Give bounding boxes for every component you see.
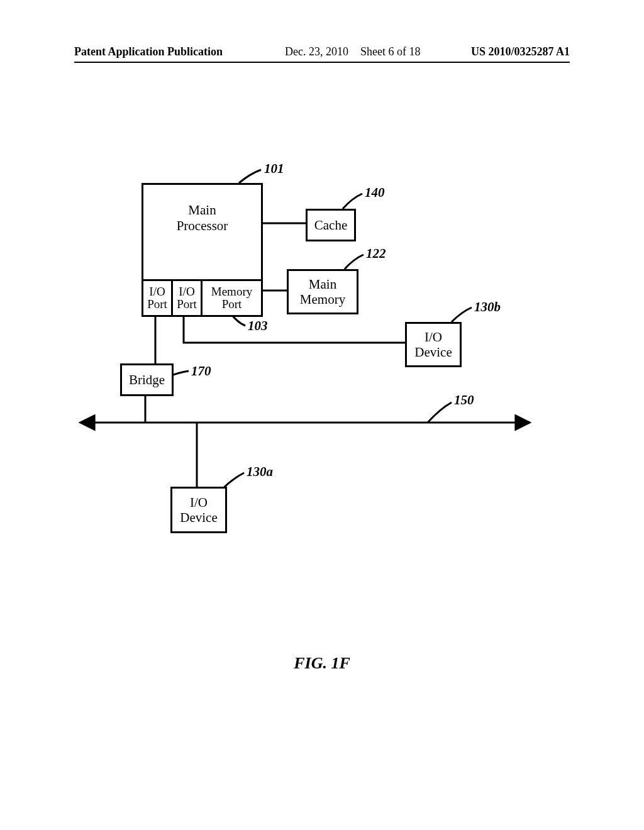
ref-130a: 130a: [247, 464, 273, 480]
io-device-130a-block: I/O Device: [170, 487, 227, 533]
main-processor-block: Main Processor I/O Port I/O Port Memory …: [142, 183, 263, 317]
ref-103: 103: [248, 318, 268, 334]
page: Patent Application Publication Dec. 23, …: [0, 0, 644, 830]
header-publication-label: Patent Application Publication: [74, 45, 223, 58]
io-device-130b-block: I/O Device: [405, 322, 462, 367]
main-processor-label: Main Processor: [143, 202, 261, 234]
io-port-2: I/O Port: [171, 279, 203, 317]
header-sheet: Sheet 6 of 18: [360, 45, 420, 58]
bridge-block: Bridge: [120, 363, 174, 396]
ref-122: 122: [366, 246, 386, 262]
ref-130b: 130b: [474, 299, 501, 315]
ref-101: 101: [264, 161, 284, 177]
connector-svg: [0, 0, 644, 830]
ref-170: 170: [191, 363, 211, 379]
header-publication-number: US 2010/0325287 A1: [471, 45, 570, 58]
ports-row: I/O Port I/O Port Memory Port: [142, 279, 263, 317]
ref-140: 140: [365, 185, 385, 201]
figure-caption: FIG. 1F: [0, 654, 644, 673]
main-memory-block: Main Memory: [287, 269, 358, 314]
cache-block: Cache: [306, 209, 356, 241]
io-port-1: I/O Port: [142, 279, 171, 317]
memory-port: Memory Port: [203, 279, 263, 317]
header-date: Dec. 23, 2010: [285, 45, 348, 58]
ref-150: 150: [454, 392, 474, 408]
header-rule: [74, 62, 570, 63]
